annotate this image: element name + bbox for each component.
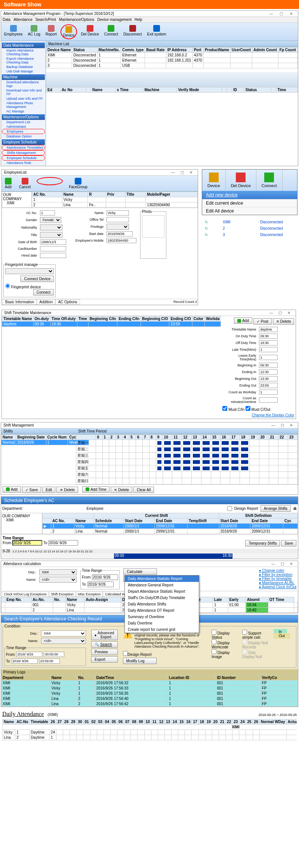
print-icon[interactable]: 🖶 bbox=[293, 506, 297, 511]
sched-save-button[interactable]: Save bbox=[281, 540, 296, 546]
calc-tab[interactable]: Misc Exception bbox=[76, 592, 103, 597]
device-button[interactable]: Device bbox=[61, 24, 77, 39]
sm-edit-button[interactable]: Edit bbox=[42, 487, 55, 493]
modify-log-button[interactable]: Modify Log bbox=[123, 658, 157, 664]
sidebar-item[interactable]: Employees bbox=[2, 129, 45, 134]
disconnect-button[interactable]: Disconnect bbox=[122, 24, 143, 39]
sidebar-item[interactable]: Employee Schedule bbox=[2, 155, 45, 161]
priv-select[interactable] bbox=[107, 224, 129, 230]
sidebar-item[interactable]: Download user info and FP bbox=[2, 88, 45, 96]
calc-name-select[interactable]: <All> bbox=[39, 577, 77, 583]
menu-help[interactable]: Help bbox=[135, 18, 142, 22]
hire-input[interactable] bbox=[40, 253, 66, 258]
sm-delete-button[interactable]: ✕ Delete bbox=[56, 487, 78, 493]
connect-device-button[interactable]: Connect Device bbox=[21, 276, 54, 282]
sm-deltime-button[interactable]: ✕ Delete bbox=[111, 487, 132, 493]
connect-button[interactable]: Connect bbox=[256, 170, 283, 191]
menu-attendance[interactable]: Attendance bbox=[13, 18, 33, 22]
del-device-button[interactable]: Del Device bbox=[226, 170, 256, 191]
exit-system-button[interactable]: Exit system bbox=[146, 24, 168, 39]
sm-addtime-button[interactable]: Add Time bbox=[82, 486, 110, 493]
table-row[interactable]: ▶1VickyNormal2000/1/12999/12/312016/9/26… bbox=[43, 524, 298, 529]
menu-maintenanceoptions[interactable]: Maintenance/Options bbox=[59, 18, 95, 22]
sidebar-item[interactable]: Backup Database bbox=[2, 65, 45, 69]
calc-link[interactable]: ● Change color bbox=[259, 568, 284, 573]
device-menu-item[interactable]: Edit current device bbox=[202, 199, 297, 207]
fp-device-radio[interactable] bbox=[5, 283, 10, 288]
adv-export-button[interactable]: ♦ Advanced Export bbox=[91, 630, 118, 640]
dept-node[interactable]: XIMI bbox=[3, 201, 31, 205]
del-device-button[interactable]: Del Device bbox=[79, 24, 100, 39]
sidebar-item[interactable]: Upload user info and FP bbox=[2, 96, 45, 101]
menu-searchprint[interactable]: Search/Print bbox=[36, 18, 56, 22]
table-row[interactable]: 2LinaNormal2000/1/12999/12/312016/9/2620… bbox=[43, 529, 298, 534]
sidebar-item[interactable]: AC Manage bbox=[2, 109, 45, 114]
report-menu-item[interactable]: Daily Attendance Statistic Report bbox=[125, 576, 199, 582]
sidebar-item[interactable]: Maintenance Timetables bbox=[2, 145, 45, 150]
minimize-icon[interactable]: — bbox=[266, 12, 275, 16]
empmob-input[interactable] bbox=[107, 238, 136, 243]
gender-select[interactable]: Female bbox=[40, 217, 61, 223]
sidebar-item[interactable]: Export Attendance Checking Data bbox=[2, 56, 45, 65]
sr-name-select[interactable]: <All> bbox=[41, 638, 86, 644]
tt-post-button[interactable]: ✓ Post bbox=[253, 318, 272, 325]
table-row[interactable]: 2Disconnected1Ethernet192.168.1.2014370 bbox=[46, 58, 298, 63]
sched-from-input[interactable] bbox=[12, 540, 42, 546]
preview-button[interactable]: Preview bbox=[91, 649, 118, 655]
table-row[interactable]: XIMIDisconnected1Ethernet192.168.0.24370 bbox=[46, 53, 298, 58]
close-icon[interactable]: ✕ bbox=[287, 12, 296, 16]
sm-clear-button[interactable]: Clear All bbox=[133, 487, 154, 493]
table-row[interactable]: XIMILina22016/9/26 17:56:421001FP bbox=[1, 701, 298, 707]
table-row[interactable]: daytime09:3018:3023:59 bbox=[2, 322, 221, 327]
sidebar-item[interactable]: Shifts Management bbox=[2, 150, 45, 155]
company-node[interactable]: OUR COMPANY bbox=[3, 193, 31, 201]
calc-link[interactable]: ● Append Clock In/Out bbox=[259, 585, 296, 589]
table-row[interactable]: 3Disconnected1USB bbox=[46, 63, 298, 68]
sidebar-item[interactable]: Import Attendance Checking Data bbox=[2, 48, 45, 56]
tt-add-button[interactable]: Add bbox=[234, 317, 252, 324]
sidebar-item[interactable]: Download attendance logs bbox=[2, 80, 45, 88]
table-row[interactable]: 2LinaFe..13025504490 bbox=[32, 202, 198, 208]
calc-tab[interactable]: Shift Exception bbox=[49, 592, 76, 597]
fp-select[interactable] bbox=[5, 268, 54, 274]
office-input[interactable] bbox=[107, 217, 129, 222]
connect-button[interactable]: Connect bbox=[33, 289, 54, 295]
calc-link[interactable]: ● Filter by exception bbox=[259, 573, 292, 577]
acno-input[interactable] bbox=[40, 210, 55, 216]
emp-tab[interactable]: Addition bbox=[37, 299, 55, 305]
sched-to-input[interactable] bbox=[48, 540, 78, 546]
report-menu-item[interactable]: Daily Attendance OT Report bbox=[125, 607, 199, 614]
startdate-input[interactable] bbox=[107, 231, 133, 236]
temp-shifts-button[interactable]: Temporary Shifts bbox=[245, 540, 280, 546]
cancel-button[interactable]: Cancel bbox=[18, 177, 32, 190]
sidebar-item[interactable]: Administrator bbox=[2, 124, 45, 129]
calc-dep-select[interactable]: XIMI bbox=[39, 569, 77, 575]
table-row[interactable]: XIMIVicky12016/9/26 17:56:321001FP bbox=[1, 681, 298, 686]
calc-link[interactable]: ● Maintanance AL/BL bbox=[259, 581, 295, 585]
table-row[interactable]: XIMIVicky12016/9/26 17:56:331001FP bbox=[1, 686, 298, 691]
emp-tab[interactable]: AC Options bbox=[55, 299, 80, 305]
title-select[interactable] bbox=[40, 232, 62, 238]
add-button[interactable]: Add bbox=[3, 177, 13, 190]
primary-logs-tab[interactable]: Primary Logs bbox=[1, 669, 298, 675]
report-menu-item[interactable]: Depart Attendance Statistic Report bbox=[125, 588, 199, 595]
sidebar-item[interactable]: Attendance Photo Management bbox=[2, 101, 45, 109]
sm-add-button[interactable]: Add bbox=[3, 486, 21, 493]
table-row[interactable]: 1Vicky bbox=[32, 197, 198, 202]
sidebar-item[interactable]: Usb Disk Manage bbox=[2, 69, 45, 74]
calc-tab[interactable]: Clock In/Out Log Exceptions bbox=[2, 592, 49, 597]
report-menu-item[interactable]: Daily Attendance Shifts bbox=[125, 601, 199, 607]
device-menu-item[interactable]: Edit All device bbox=[202, 207, 297, 215]
device-button[interactable]: Device bbox=[202, 170, 226, 191]
sr-dep-select[interactable]: XIMI bbox=[41, 630, 86, 636]
export-button[interactable]: Export bbox=[91, 656, 118, 663]
sm-save-button[interactable]: ✓ Save bbox=[22, 487, 41, 493]
nationality-select[interactable] bbox=[40, 224, 62, 230]
report-menu-item[interactable]: Staff's On-Duty/Off-Duty Timetable bbox=[125, 595, 199, 601]
device-row[interactable]: ↻XIMIDisconnected bbox=[205, 219, 295, 225]
report-menu-item[interactable]: Daily Overtime bbox=[125, 620, 199, 626]
report-menu-item[interactable]: Summary of Overtime bbox=[125, 614, 199, 620]
device-row[interactable]: ↻3Disconnected bbox=[205, 232, 295, 238]
report-menu-item[interactable]: Create report for current grid bbox=[125, 626, 199, 633]
card-input[interactable] bbox=[40, 246, 66, 251]
